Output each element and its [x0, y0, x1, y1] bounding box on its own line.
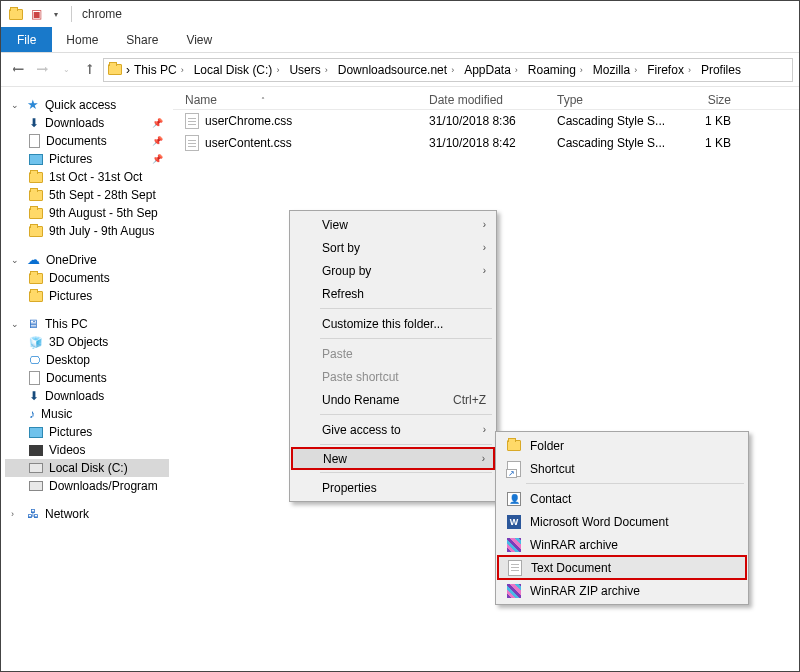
separator [320, 444, 492, 445]
shortcut-text: Ctrl+Z [453, 393, 486, 407]
expand-icon[interactable]: ⌄ [11, 100, 21, 110]
new-text-document[interactable]: Text Document [497, 555, 747, 580]
qat-dropdown-icon[interactable]: ▾ [47, 5, 65, 23]
menu-view[interactable]: View› [292, 213, 494, 236]
tab-share[interactable]: Share [112, 27, 172, 52]
title-bar: ▣ ▾ chrome [1, 1, 799, 27]
new-folder[interactable]: Folder [498, 434, 746, 457]
tab-home[interactable]: Home [52, 27, 112, 52]
chevron-right-icon: › [483, 265, 486, 276]
navigation-pane[interactable]: ⌄★Quick access ⬇Downloads📌 Documents📌 Pi… [1, 87, 173, 671]
breadcrumb-segment[interactable]: Mozilla› [589, 63, 643, 77]
sidebar-item-videos[interactable]: Videos [5, 441, 169, 459]
forward-button[interactable]: 🠖 [31, 59, 53, 81]
sidebar-item-downloads[interactable]: ⬇Downloads📌 [5, 114, 169, 132]
menu-refresh[interactable]: Refresh [292, 282, 494, 305]
sidebar-item[interactable]: Pictures [5, 287, 169, 305]
file-row[interactable]: userContent.css 31/10/2018 8:42 Cascadin… [173, 132, 799, 154]
col-name[interactable]: Name˄ [173, 93, 429, 107]
breadcrumb-segment[interactable]: Local Disk (C:)› [190, 63, 286, 77]
sidebar-item[interactable]: 9th July - 9th Augus [5, 222, 169, 240]
onedrive-header[interactable]: ⌄☁OneDrive [5, 250, 169, 269]
menu-properties[interactable]: Properties [292, 476, 494, 499]
col-type[interactable]: Type [557, 93, 673, 107]
videos-icon [29, 445, 43, 456]
sidebar-item-documents[interactable]: Documents📌 [5, 132, 169, 150]
star-icon: ★ [27, 97, 39, 112]
tab-view[interactable]: View [172, 27, 226, 52]
up-button[interactable]: 🠕 [79, 59, 101, 81]
menu-undo-rename[interactable]: Undo RenameCtrl+Z [292, 388, 494, 411]
sidebar-item-pictures[interactable]: Pictures [5, 423, 169, 441]
sidebar-item-documents[interactable]: Documents [5, 369, 169, 387]
folder-icon [29, 190, 43, 201]
chevron-right-icon: › [483, 424, 486, 435]
sidebar-item-music[interactable]: ♪Music [5, 405, 169, 423]
sidebar-item[interactable]: Documents [5, 269, 169, 287]
new-winrar[interactable]: WinRAR archive [498, 533, 746, 556]
folder-icon [29, 273, 43, 284]
folder-icon [29, 208, 43, 219]
pictures-icon [29, 427, 43, 438]
breadcrumb-segment[interactable]: Users› [285, 63, 333, 77]
onedrive-group: ⌄☁OneDrive Documents Pictures [5, 250, 169, 305]
chevron-right-icon: › [483, 242, 486, 253]
quick-access-group: ⌄★Quick access ⬇Downloads📌 Documents📌 Pi… [5, 95, 169, 240]
menu-sort-by[interactable]: Sort by› [292, 236, 494, 259]
music-icon: ♪ [29, 407, 35, 421]
breadcrumb-segment[interactable]: Roaming› [524, 63, 589, 77]
breadcrumb-segment[interactable]: AppData› [460, 63, 524, 77]
expand-icon[interactable]: ⌄ [11, 319, 21, 329]
quick-access-header[interactable]: ⌄★Quick access [5, 95, 169, 114]
column-headers[interactable]: Name˄ Date modified Type Size [173, 91, 799, 110]
this-pc-header[interactable]: ⌄🖥This PC [5, 315, 169, 333]
separator [320, 308, 492, 309]
breadcrumb-segment[interactable]: Firefox› [643, 63, 697, 77]
breadcrumb[interactable]: › This PC› Local Disk (C:)› Users› Downl… [103, 58, 793, 82]
address-bar: 🠔 🠖 ⌄ 🠕 › This PC› Local Disk (C:)› User… [1, 53, 799, 87]
downloads-icon: ⬇ [29, 116, 39, 130]
objects-icon: 🧊 [29, 336, 43, 349]
col-size[interactable]: Size [673, 93, 753, 107]
sidebar-item[interactable]: 9th August - 5th Sep [5, 204, 169, 222]
sidebar-item[interactable]: 1st Oct - 31st Oct [5, 168, 169, 186]
sidebar-item-drive[interactable]: Downloads/Program [5, 477, 169, 495]
divider [71, 6, 72, 22]
breadcrumb-segment[interactable]: This PC› [130, 63, 190, 77]
sidebar-item-desktop[interactable]: 🖵Desktop [5, 351, 169, 369]
file-row[interactable]: userChrome.css 31/10/2018 8:36 Cascading… [173, 110, 799, 132]
new-contact[interactable]: 👤Contact [498, 487, 746, 510]
recent-dropdown-icon[interactable]: ⌄ [55, 59, 77, 81]
network-header[interactable]: ›🖧Network [5, 505, 169, 523]
ribbon-tabs: File Home Share View [1, 27, 799, 53]
menu-give-access[interactable]: Give access to› [292, 418, 494, 441]
sidebar-item-3d[interactable]: 🧊3D Objects [5, 333, 169, 351]
menu-new[interactable]: New› [291, 447, 495, 470]
breadcrumb-segment[interactable]: Downloadsource.net› [334, 63, 460, 77]
new-winrar-zip[interactable]: WinRAR ZIP archive [498, 579, 746, 602]
sidebar-item[interactable]: 5th Sept - 28th Sept [5, 186, 169, 204]
separator [320, 338, 492, 339]
context-menu[interactable]: View› Sort by› Group by› Refresh Customi… [289, 210, 497, 502]
winrar-icon [506, 537, 522, 553]
folder-icon [29, 226, 43, 237]
menu-group-by[interactable]: Group by› [292, 259, 494, 282]
css-file-icon [185, 135, 199, 151]
folder-icon [108, 64, 122, 75]
breadcrumb-segment[interactable]: Profiles [697, 63, 745, 77]
properties-icon[interactable]: ▣ [27, 5, 45, 23]
chevron-right-icon: › [482, 453, 485, 464]
new-shortcut[interactable]: Shortcut [498, 457, 746, 480]
col-date[interactable]: Date modified [429, 93, 557, 107]
expand-icon[interactable]: › [11, 509, 21, 519]
sidebar-item-pictures[interactable]: Pictures📌 [5, 150, 169, 168]
back-button[interactable]: 🠔 [7, 59, 29, 81]
tab-file[interactable]: File [1, 27, 52, 52]
new-word-doc[interactable]: WMicrosoft Word Document [498, 510, 746, 533]
sidebar-item-local-disk[interactable]: Local Disk (C:) [5, 459, 169, 477]
pc-icon: 🖥 [27, 317, 39, 331]
expand-icon[interactable]: ⌄ [11, 255, 21, 265]
new-submenu[interactable]: Folder Shortcut 👤Contact WMicrosoft Word… [495, 431, 749, 605]
menu-customize[interactable]: Customize this folder... [292, 312, 494, 335]
sidebar-item-downloads[interactable]: ⬇Downloads [5, 387, 169, 405]
